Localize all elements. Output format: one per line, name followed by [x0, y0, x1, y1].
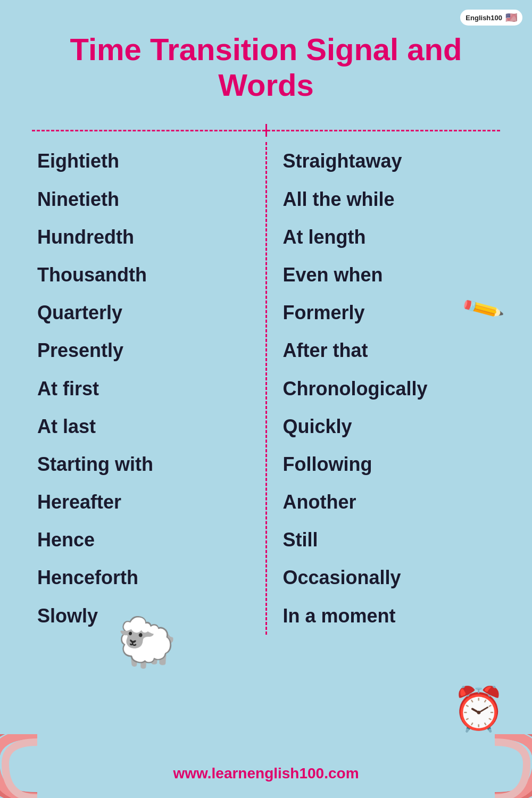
right-word-item: In a moment: [283, 597, 495, 635]
right-word-item: Occasionally: [283, 559, 495, 596]
left-hline: [32, 130, 265, 131]
footer-url: www.learnenglish100.com: [0, 765, 532, 782]
right-column: StraightawayAll the whileAt lengthEven w…: [272, 142, 506, 634]
left-word-item: Hence: [37, 521, 250, 559]
horizontal-divider: [32, 124, 500, 137]
left-word-item: Hundredth: [37, 218, 250, 256]
left-word-item: Starting with: [37, 445, 250, 483]
left-word-item: Presently: [37, 331, 250, 369]
left-word-item: Eightieth: [37, 142, 250, 180]
page-title: Time Transition Signal and Words: [21, 32, 511, 103]
left-word-item: At first: [37, 370, 250, 408]
right-word-item: Straightaway: [283, 142, 495, 180]
right-word-item: After that: [283, 331, 495, 369]
left-word-item: Quarterly: [37, 294, 250, 331]
title-section: Time Transition Signal and Words: [0, 0, 532, 113]
right-word-item: Chronologically: [283, 370, 495, 408]
left-column: EightiethNinetiethHundredthThousandthQua…: [27, 142, 260, 634]
right-word-item: Another: [283, 483, 495, 521]
right-word-item: At length: [283, 218, 495, 256]
vertical-divider: [265, 142, 267, 634]
left-word-item: Henceforth: [37, 559, 250, 596]
english100-badge: English100 🇺🇸: [460, 10, 522, 26]
sheep-icon: 🐑: [117, 614, 177, 670]
left-word-item: Thousandth: [37, 256, 250, 294]
flag-icon: 🇺🇸: [505, 12, 517, 23]
content-area: EightiethNinetiethHundredthThousandthQua…: [27, 142, 505, 634]
right-word-item: Quickly: [283, 408, 495, 445]
badge-label: English100: [466, 14, 502, 22]
right-hline: [267, 130, 501, 131]
alarm-clock-icon: ⏰: [452, 684, 505, 734]
left-word-item: Hereafter: [37, 483, 250, 521]
right-word-item: Formerly: [283, 294, 495, 331]
right-word-item: Still: [283, 521, 495, 559]
right-word-item: All the while: [283, 180, 495, 218]
left-word-item: Ninetieth: [37, 180, 250, 218]
left-word-item: At last: [37, 408, 250, 445]
right-word-item: Following: [283, 445, 495, 483]
right-word-item: Even when: [283, 256, 495, 294]
